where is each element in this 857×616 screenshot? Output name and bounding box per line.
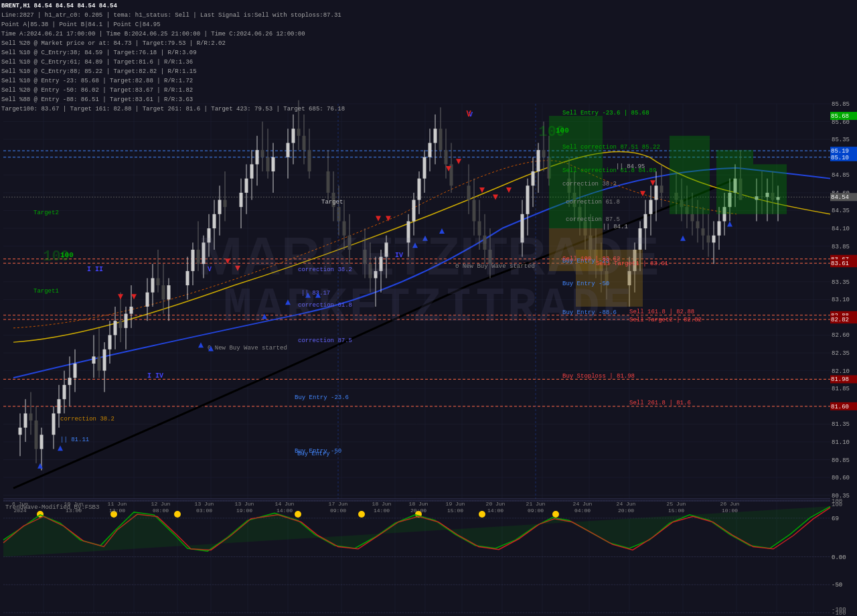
chart-container: BRENT,H1 84.54 84.54 84.54 84.54 Line:28… (0, 0, 857, 616)
chart-canvas (0, 0, 857, 616)
